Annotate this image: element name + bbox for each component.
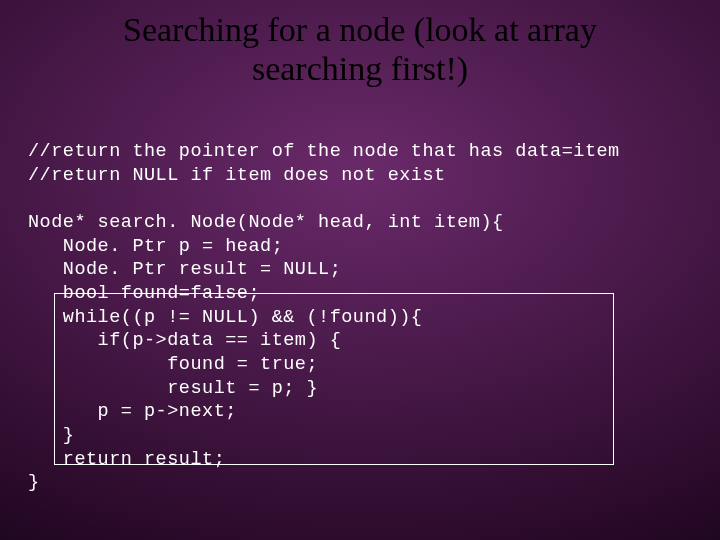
title-line-2: searching first!) — [252, 50, 468, 87]
comment-line-1: //return the pointer of the node that ha… — [28, 141, 620, 162]
code-line-3: Node. Ptr result = NULL; — [28, 259, 341, 280]
code-line-7: found = true; — [28, 354, 318, 375]
code-line-12: } — [28, 472, 40, 493]
code-block: //return the pointer of the node that ha… — [0, 116, 720, 495]
code-line-9: p = p->next; — [28, 401, 237, 422]
code-line-4: bool found=false; — [28, 283, 260, 304]
comment-line-2: //return NULL if item does not exist — [28, 165, 446, 186]
slide-title: Searching for a node (look at array sear… — [0, 0, 720, 116]
code-line-2: Node. Ptr p = head; — [28, 236, 283, 257]
code-line-6: if(p->data == item) { — [28, 330, 341, 351]
code-line-11: return result; — [28, 449, 225, 470]
code-line-8: result = p; } — [28, 378, 318, 399]
code-line-1: Node* search. Node(Node* head, int item)… — [28, 212, 504, 233]
title-line-1: Searching for a node (look at array — [123, 11, 597, 48]
code-line-10: } — [28, 425, 74, 446]
code-line-5: while((p != NULL) && (!found)){ — [28, 307, 422, 328]
